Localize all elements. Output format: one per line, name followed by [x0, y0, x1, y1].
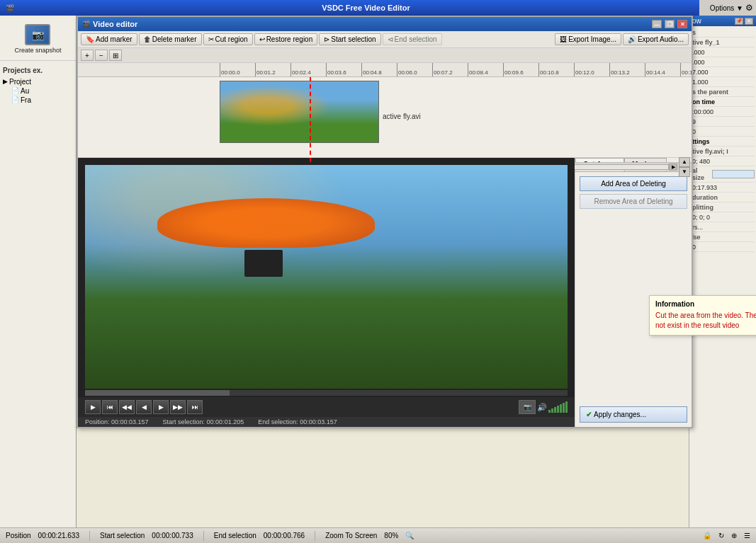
status-divider-3	[315, 531, 315, 541]
export-audio-icon: 🔊	[628, 35, 636, 43]
prop-row-asize: al size	[691, 166, 755, 183]
remove-area-button[interactable]: Remove Area of Deleting	[580, 194, 687, 209]
playhead	[310, 77, 311, 162]
cut-areas-panel: Cut Areas Markers Add Area of Deleting R…	[575, 158, 692, 427]
info-popup-title: Information	[655, 300, 756, 308]
ve-minimize-button[interactable]: —	[652, 20, 662, 28]
export-image-button[interactable]: 🖼 Export Image...	[555, 33, 621, 45]
tick-5: 00:06.0	[397, 63, 432, 76]
rewind-button[interactable]: ◀◀	[119, 400, 135, 414]
timeline-track[interactable]: active fly.avi	[78, 77, 692, 162]
end-button[interactable]: ⏭	[187, 400, 203, 414]
apply-changes-button[interactable]: ✔ Apply changes...	[580, 406, 687, 423]
ve-toolbar: 🔖 Add marker 🗑 Delete marker ✂ Cut regio…	[78, 31, 692, 48]
thumb-content	[220, 81, 378, 142]
play-button[interactable]: ▶	[85, 400, 101, 414]
info-popup-text: Cut the area from the video. The cut are…	[655, 311, 756, 331]
volume-icon: 🔊	[537, 403, 547, 412]
tick-8: 00:09.6	[503, 63, 538, 76]
right-properties-panel: ow 📌 ✕ s tive fly_1 .000 .000 7.000 1.00…	[689, 16, 756, 527]
export-audio-button[interactable]: 🔊 Export Audio...	[623, 33, 689, 45]
vol-bar-4	[557, 406, 559, 413]
prop-row-duration: duration	[691, 193, 755, 202]
prop-row-8: :00:000	[691, 107, 755, 117]
prop-row-zero: 0	[691, 242, 755, 252]
preview-end-sel: End selection: 00:00:03.157	[258, 418, 337, 425]
left-sidebar: 📷 Create snapshot Projects ex. ▶ Project…	[0, 16, 77, 527]
tree-item-project[interactable]: ▶ Project	[3, 77, 73, 86]
prop-row-xyz: 0; 0; 0	[691, 212, 755, 222]
zoom-out-button[interactable]: −	[95, 50, 108, 61]
video-frame	[85, 165, 568, 389]
scroll-right-button[interactable]: ▶	[669, 164, 677, 171]
prop-row-ttings: ttings	[691, 137, 755, 147]
fast-fwd-button[interactable]: ▶▶	[170, 400, 186, 414]
tick-0: 00:00.0	[220, 63, 255, 76]
add-area-button[interactable]: Add Area of Deleting	[580, 176, 687, 191]
status-menu-icon: ☰	[744, 532, 750, 539]
volume-bars	[548, 401, 568, 413]
pin-button[interactable]: 📌	[735, 18, 743, 25]
title-bar: 🎬 VSDC Free Video Editor — ❐ ✕	[0, 0, 756, 16]
zoom-in-button[interactable]: +	[81, 50, 94, 61]
prop-row-4: 7.000	[691, 67, 755, 77]
delete-marker-button[interactable]: 🗑 Delete marker	[139, 33, 202, 45]
prop-row-1: tive fly_1	[691, 38, 755, 47]
status-security-icon: 🔒	[703, 532, 711, 539]
tick-1: 00:01.2	[255, 63, 290, 76]
tick-6: 00:07.2	[432, 63, 468, 76]
options-button[interactable]: Options ▼	[710, 4, 743, 12]
ve-close-button[interactable]: ✕	[677, 20, 687, 28]
zoom-fit-button[interactable]: ⊞	[109, 50, 122, 61]
restore-region-button[interactable]: ↩ Restore region	[254, 33, 318, 45]
status-start-value: 00:00:00.733	[152, 532, 193, 539]
project-tree: ▶ Project 📄 Au 📄 Fra	[0, 76, 76, 106]
video-thumbnail	[220, 81, 379, 143]
bottom-status-bar: Position 00:00:21.633 Start selection 00…	[0, 527, 756, 543]
status-zoom-label: Zoom To Screen	[325, 532, 377, 539]
create-snapshot-button[interactable]: 📷 Create snapshot	[11, 21, 64, 57]
main-content: 🎬 Video editor — ❐ ✕ 🔖 Add marker 🗑 Dele…	[77, 16, 689, 527]
preview-scroll-thumb	[85, 390, 230, 396]
video-preview-section: ▶ ⏮ ◀◀ ◀ ▶ ▶▶ ⏭ 📷 🔊	[78, 158, 575, 427]
tick-11: 00:13.2	[609, 63, 645, 76]
status-position-value: 00:00:21.633	[38, 532, 79, 539]
step-back-button[interactable]: ◀	[136, 400, 152, 414]
prev-button[interactable]: ⏮	[102, 400, 118, 414]
prop-row-0: s	[691, 28, 755, 38]
ve-title: Video editor	[93, 20, 650, 28]
restore-icon: ↩	[259, 35, 265, 43]
status-refresh-icon: ↻	[718, 532, 724, 539]
cut-icon: ✂	[208, 35, 214, 43]
timeline-area: + − ⊞ 00:00.0 00:01.2 00:02.4 00:03.6 00…	[78, 48, 692, 158]
cut-areas-body: Add Area of Deleting Remove Area of Dele…	[575, 172, 692, 213]
ve-restore-button[interactable]: ❐	[665, 20, 675, 28]
vol-bar-5	[560, 404, 562, 413]
right-panel-header: ow 📌 ✕	[689, 16, 756, 26]
screenshot-button[interactable]: 📷	[519, 400, 536, 414]
start-selection-button[interactable]: ⊳ Start selection	[319, 33, 380, 45]
preview-scrollbar[interactable]	[85, 390, 568, 396]
step-fwd-button[interactable]: ▶	[153, 400, 169, 414]
status-end-value: 00:00:00.766	[264, 532, 305, 539]
prop-row-dur1: 0:17.933	[691, 183, 755, 193]
tree-item-fragment[interactable]: 📄 Fra	[3, 96, 73, 105]
filename-label: active fly.avi	[383, 113, 421, 120]
panel-close-button[interactable]: ✕	[745, 18, 753, 25]
bottom-section: ▶ ⏮ ◀◀ ◀ ▶ ▶▶ ⏭ 📷 🔊	[78, 158, 692, 427]
tree-item-audio[interactable]: 📄 Au	[3, 86, 73, 96]
add-marker-button[interactable]: 🔖 Add marker	[81, 33, 137, 45]
end-selection-button[interactable]: ⊲ End selection	[383, 33, 442, 45]
timeline-zoom-bar: + − ⊞	[78, 48, 692, 63]
status-start-label: Start selection	[100, 532, 145, 539]
vol-bar-1	[548, 410, 551, 413]
prop-row-lse: lse	[691, 232, 755, 242]
end-sel-icon: ⊲	[388, 35, 393, 43]
right-panel-content: s tive fly_1 .000 .000 7.000 1.000 s the…	[689, 26, 756, 253]
prop-row-2: .000	[691, 47, 755, 57]
scroll-down-button[interactable]: ▼	[679, 167, 690, 177]
cut-region-button[interactable]: ✂ Cut region	[203, 33, 253, 45]
prop-row-file: tive fly.avi; I	[691, 147, 755, 156]
paraglider-body	[244, 250, 283, 277]
prop-input-asize[interactable]	[712, 170, 755, 178]
